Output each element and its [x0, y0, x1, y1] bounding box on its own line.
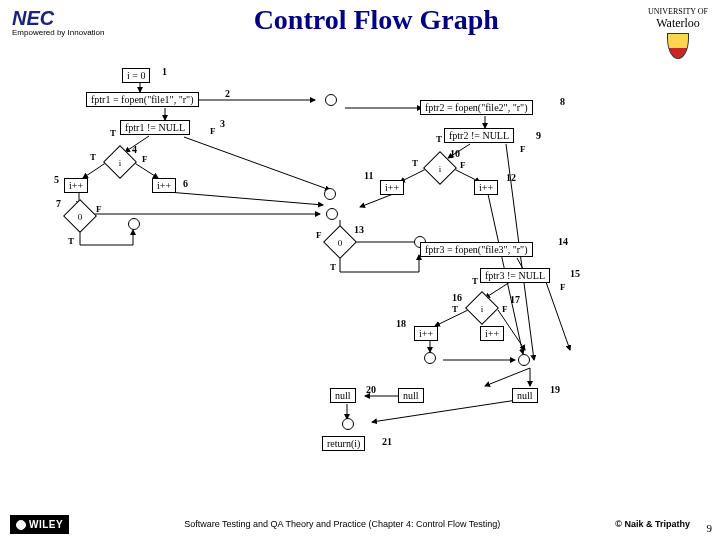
nec-subtitle: Empowered by Innovation	[12, 28, 105, 37]
lbl-t13: T	[330, 262, 336, 272]
merge-top	[325, 94, 337, 106]
num-18: 18	[396, 318, 406, 329]
svg-line-32	[372, 400, 517, 422]
merge-mid	[324, 188, 336, 200]
merge-mid2	[326, 208, 338, 220]
wiley-icon	[16, 520, 26, 530]
node-14: fptr3 = fopen("file3", "r")	[420, 242, 533, 257]
node-18: i++	[414, 326, 438, 341]
merge-low2	[518, 354, 530, 366]
lbl-t16: T	[452, 304, 458, 314]
slide-title: Control Flow Graph	[105, 4, 649, 36]
waterloo-logo: UNIVERSITY OF Waterloo	[648, 8, 708, 59]
num-6: 6	[183, 178, 188, 189]
waterloo-name: Waterloo	[648, 16, 708, 31]
num-2: 2	[225, 88, 230, 99]
wiley-logo: WILEY	[10, 515, 69, 534]
num-15: 15	[570, 268, 580, 279]
svg-line-9	[168, 192, 323, 205]
svg-line-14	[400, 168, 428, 182]
shield-icon	[667, 33, 689, 59]
lbl-f15: F	[560, 282, 566, 292]
lbl-t7: T	[68, 236, 74, 246]
num-21: 21	[382, 436, 392, 447]
num-4: 4	[132, 144, 137, 155]
num-9: 9	[536, 130, 541, 141]
num-16: 16	[452, 292, 462, 303]
num-7: 7	[56, 198, 61, 209]
num-10: 10	[450, 148, 460, 159]
num-17: 17	[510, 294, 520, 305]
node-10: i	[428, 157, 452, 181]
node-8: fptr2 = fopen("file2", "r")	[420, 100, 533, 115]
svg-line-23	[485, 282, 510, 298]
node-21: return(i)	[322, 436, 365, 451]
node-11: i++	[380, 180, 404, 195]
slide-header: NEC Empowered by Innovation Control Flow…	[0, 0, 720, 67]
node-20: null	[330, 388, 356, 403]
node-15: fptr3 != NULL	[480, 268, 550, 283]
lbl-t15: T	[472, 276, 478, 286]
lbl-f9: F	[520, 144, 526, 154]
merge-low	[424, 352, 436, 364]
num-1: 1	[162, 66, 167, 77]
num-12: 12	[506, 172, 516, 183]
lbl-f13: F	[316, 230, 322, 240]
page-number: 9	[707, 522, 713, 534]
nec-logo-block: NEC Empowered by Innovation	[12, 8, 105, 37]
node-1: i = 0	[122, 68, 150, 83]
merge-7	[128, 218, 140, 230]
num-19: 19	[550, 384, 560, 395]
lbl-t10: T	[412, 158, 418, 168]
num-8: 8	[560, 96, 565, 107]
nec-logo: NEC	[12, 8, 105, 28]
num-13: 13	[354, 224, 364, 235]
lbl-t3: T	[110, 128, 116, 138]
node-17b: i++	[480, 326, 504, 341]
node-20b: null	[398, 388, 424, 403]
svg-line-28	[485, 368, 530, 386]
copyright: © Naik & Tripathy	[615, 519, 690, 529]
node-6: i++	[152, 178, 176, 193]
wiley-text: WILEY	[29, 519, 63, 530]
node-9: fptr2 != NULL	[444, 128, 514, 143]
slide-footer: WILEY Software Testing and QA Theory and…	[0, 515, 720, 534]
num-11: 11	[364, 170, 373, 181]
merge-final	[342, 418, 354, 430]
svg-line-22	[546, 282, 570, 350]
footer-text: Software Testing and QA Theory and Pract…	[69, 519, 615, 529]
lbl-t9: T	[436, 134, 442, 144]
node-5: i++	[64, 178, 88, 193]
node-7: 0	[68, 205, 92, 229]
lbl-f10: F	[460, 160, 466, 170]
node-19: null	[512, 388, 538, 403]
num-20: 20	[366, 384, 376, 395]
node-4: i	[108, 151, 132, 175]
svg-line-5	[83, 162, 107, 178]
lbl-f3: F	[210, 126, 216, 136]
flowchart-canvas: i = 0 1 fptr1 = fopen("file1", "r") 2 fp…	[50, 60, 670, 480]
num-3: 3	[220, 118, 225, 129]
waterloo-uni: UNIVERSITY OF	[648, 7, 708, 16]
lbl-f16: F	[502, 304, 508, 314]
svg-line-16	[360, 194, 393, 207]
lbl-f4: F	[142, 154, 148, 164]
node-3: fptr1 != NULL	[120, 120, 190, 135]
num-14: 14	[558, 236, 568, 247]
node-12: i++	[474, 180, 498, 195]
svg-line-3	[184, 137, 330, 190]
svg-line-4	[125, 136, 149, 152]
node-16: i	[470, 297, 494, 321]
lbl-f7: F	[96, 204, 102, 214]
num-5: 5	[54, 174, 59, 185]
node-2: fptr1 = fopen("file1", "r")	[86, 92, 199, 107]
lbl-t4: T	[90, 152, 96, 162]
node-13: 0	[328, 231, 352, 255]
svg-line-6	[133, 162, 158, 178]
